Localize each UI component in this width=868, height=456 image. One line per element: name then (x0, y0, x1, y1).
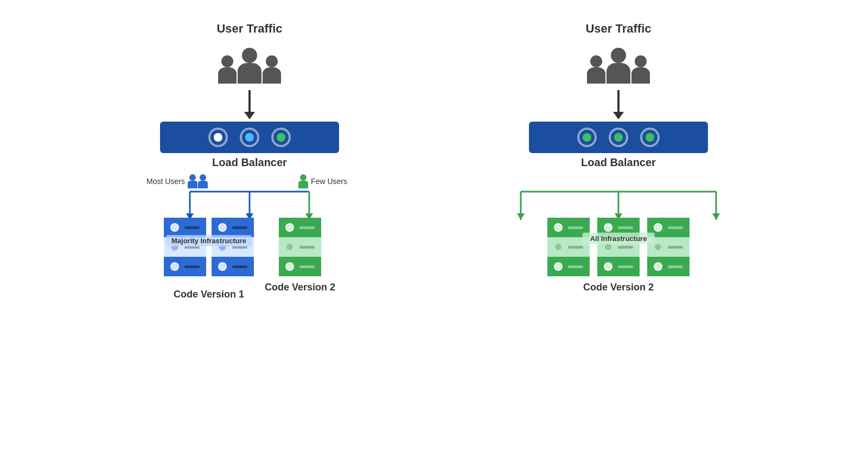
server-dot (218, 223, 227, 232)
person-body (218, 67, 237, 84)
overlay-wrapper: Majority Infrastructure (164, 235, 254, 246)
arrow-line (248, 90, 251, 112)
server-dash (299, 265, 315, 268)
server-row-bot (647, 257, 690, 276)
server-dot (285, 223, 294, 232)
person-body (263, 67, 281, 84)
server-row-bot (279, 257, 321, 276)
server-c-v2 (647, 218, 690, 276)
server-row-top (212, 218, 254, 237)
majority-infra-label: Majority Infrastructure (166, 235, 252, 246)
person-center-1 (238, 48, 261, 84)
branch-arrows-1: Most Users (130, 171, 369, 220)
person-head (266, 55, 278, 67)
user-traffic-label-1: User Traffic (216, 22, 282, 36)
version2-label-1: Code Version 2 (265, 282, 335, 293)
branch-svg-1 (130, 171, 369, 220)
server-group-v2-left: Code Version 2 (265, 218, 335, 293)
server-dash (668, 265, 683, 268)
server-dot (554, 223, 563, 232)
server-dash (299, 246, 315, 249)
server-dot (604, 243, 612, 251)
server-dash (618, 226, 633, 229)
people-group-1 (218, 40, 281, 84)
person-center-2 (607, 48, 630, 84)
server-b-v2 (597, 218, 640, 276)
load-balancer-label-1: Load Balancer (212, 156, 287, 169)
person-right-2 (631, 55, 650, 84)
person-left-2 (587, 55, 605, 84)
server-dash (184, 265, 200, 268)
person-body (607, 63, 630, 84)
server-groups-2: All Infrastructure (547, 218, 690, 276)
main-container: User Traffic (0, 0, 868, 456)
server-row-top (164, 218, 206, 237)
server-b-wrapper (597, 218, 640, 276)
server-dot (554, 262, 563, 271)
server-dot (654, 262, 662, 271)
svg-marker-9 (517, 213, 525, 220)
server-row-bot (212, 257, 254, 276)
version2-label-2: Code Version 2 (583, 282, 654, 293)
server-row-bot (547, 257, 590, 276)
server-pair-v1 (164, 218, 254, 276)
server-dot (654, 243, 662, 251)
diagram-1: User Traffic (98, 22, 401, 300)
person-right-1 (263, 55, 281, 84)
lb-indicator-g1 (577, 128, 597, 147)
server-dot (554, 243, 563, 251)
person-head (590, 55, 602, 67)
server-dot (604, 223, 612, 232)
server-a-v2 (547, 218, 590, 276)
person-head (242, 48, 257, 63)
person-body (631, 67, 650, 84)
all-infra-label: All Infrastructure (583, 232, 655, 244)
lb-inner-3 (277, 133, 285, 142)
server-dot (285, 243, 294, 251)
server-dash (618, 246, 633, 249)
server-row-bot (164, 257, 206, 276)
lb-inner-2 (245, 133, 254, 142)
server-dot (604, 262, 612, 271)
lb-indicator-3 (271, 128, 291, 147)
diagram-2: User Traffic (467, 22, 770, 293)
arrow-line (617, 90, 620, 112)
load-balancer-2 (529, 122, 708, 153)
lb-indicator-2 (240, 128, 259, 147)
server-groups-1: Majority Infrastructure Code Version 1 (164, 218, 335, 300)
load-balancer-label-2: Load Balancer (581, 156, 656, 169)
person-head (221, 55, 233, 67)
server-dash (568, 246, 583, 249)
person-left-1 (218, 55, 237, 84)
person-head (635, 55, 647, 67)
server-dash (184, 226, 200, 229)
user-traffic-label-2: User Traffic (585, 22, 651, 36)
server-row-mid (279, 237, 321, 257)
server-v2-1 (279, 218, 321, 276)
server-dash (668, 246, 683, 249)
lb-indicator-1 (208, 128, 228, 147)
server-dash (299, 226, 315, 229)
arrow-down-1 (244, 90, 255, 119)
server-dot (170, 262, 179, 271)
branch-arrows-2 (477, 171, 760, 220)
people-group-2 (587, 40, 650, 84)
load-balancer-1 (160, 122, 339, 153)
version1-label: Code Version 1 (174, 289, 244, 300)
server-row-bot (597, 257, 640, 276)
person-head (611, 48, 626, 63)
server-dash (232, 226, 247, 229)
lb-indicator-g3 (640, 128, 660, 147)
branch-svg-2 (477, 171, 760, 220)
lb-inner-g1 (583, 133, 591, 142)
server-dash (232, 265, 247, 268)
lb-inner-1 (214, 133, 222, 142)
lb-indicator-g2 (609, 128, 628, 147)
person-body (238, 63, 261, 84)
person-body (587, 67, 605, 84)
server-dot (654, 223, 662, 232)
server-row-top (279, 218, 321, 237)
server-group-v1: Majority Infrastructure Code Version 1 (164, 218, 254, 300)
server-dash (568, 226, 583, 229)
arrow-down-2 (613, 90, 624, 119)
